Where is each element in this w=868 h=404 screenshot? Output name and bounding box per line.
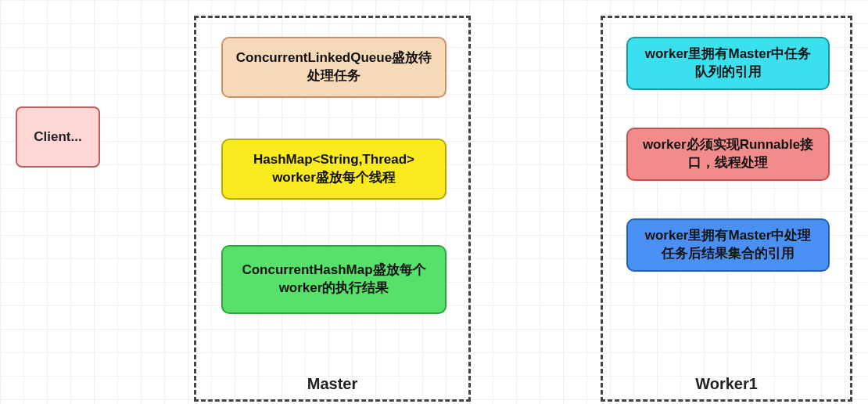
master-box-queue-text: ConcurrentLinkedQueue盛放待处理任务 xyxy=(234,49,434,85)
worker-box-runnable-text: worker必须实现Runnable接口，线程处理 xyxy=(639,136,817,172)
worker-box-queue-ref: worker里拥有Master中任务队列的引用 xyxy=(626,37,830,90)
client-label: Client... xyxy=(34,129,81,145)
master-box-hashmap: HashMap<String,Thread> worker盛放每个线程 xyxy=(221,139,447,200)
master-box-hashmap-text: HashMap<String,Thread> worker盛放每个线程 xyxy=(234,151,434,187)
worker-box-queue-ref-text: worker里拥有Master中任务队列的引用 xyxy=(639,45,817,81)
worker-box-runnable: worker必须实现Runnable接口，线程处理 xyxy=(626,128,830,181)
master-box-results-text: ConcurrentHashMap盛放每个worker的执行结果 xyxy=(234,262,434,298)
master-group: ConcurrentLinkedQueue盛放待处理任务 HashMap<Str… xyxy=(194,16,471,402)
master-box-results: ConcurrentHashMap盛放每个worker的执行结果 xyxy=(221,245,447,314)
worker-box-result-ref: worker里拥有Master中处理任务后结果集合的引用 xyxy=(626,218,830,272)
worker-box-result-ref-text: worker里拥有Master中处理任务后结果集合的引用 xyxy=(639,227,817,263)
client-box: Client... xyxy=(16,106,100,168)
worker-group: worker里拥有Master中任务队列的引用 worker必须实现Runnab… xyxy=(601,16,852,402)
worker-group-label: Worker1 xyxy=(603,375,850,393)
master-group-label: Master xyxy=(196,375,468,393)
master-box-queue: ConcurrentLinkedQueue盛放待处理任务 xyxy=(221,37,447,98)
